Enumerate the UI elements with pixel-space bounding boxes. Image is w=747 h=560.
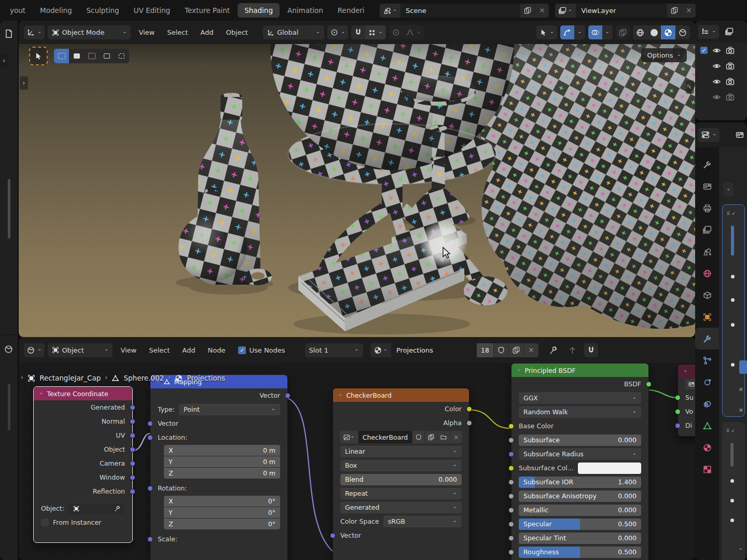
viewport-3d-region[interactable]: Options ⌄ › ‹ xyxy=(19,44,695,337)
image-unlink-button[interactable] xyxy=(450,431,462,443)
socket-base-color-in[interactable] xyxy=(508,423,514,429)
gizmos-dropdown[interactable]: ⌄ xyxy=(574,25,585,39)
pivot-point-dropdown[interactable]: ⌄ xyxy=(327,25,348,39)
mapping-type-dropdown[interactable]: Point ⌄ xyxy=(179,404,280,415)
camera-icon[interactable] xyxy=(726,46,735,55)
collapse-icon[interactable]: ⌄ xyxy=(338,391,342,397)
editor-type-button[interactable]: ⌄ xyxy=(698,25,719,39)
material-slot-dropdown[interactable]: Slot 1 ⌄ xyxy=(305,343,363,357)
viewlayer-new-button[interactable] xyxy=(667,4,681,18)
pin-icon[interactable] xyxy=(549,346,558,355)
collapse-icon[interactable]: ⌄ xyxy=(517,367,521,372)
toolbar-expand-arrow[interactable]: › xyxy=(20,76,28,90)
menu-object[interactable]: Object xyxy=(222,29,253,36)
transform-orientation-dropdown[interactable]: Global ⌄ xyxy=(263,25,324,39)
tweak-tool-button[interactable] xyxy=(29,47,48,65)
menu-node[interactable]: Node xyxy=(203,346,230,354)
source-dropdown[interactable]: Generated⌄ xyxy=(340,502,462,513)
socket-alpha-out[interactable] xyxy=(466,420,472,426)
node-mapping[interactable]: ⌄ Mapping Vector Type: Point ⌄ Vector Lo… xyxy=(150,374,288,560)
subsurface-method-dropdown[interactable]: Random Walk⌄ xyxy=(519,407,641,418)
new-material-button[interactable] xyxy=(508,343,523,357)
socket-generated-out[interactable] xyxy=(130,404,135,410)
camera-icon[interactable] xyxy=(726,62,735,71)
modifier-panel[interactable]: ⠿ ✓ ⌄ xyxy=(722,422,745,560)
menu-add[interactable]: Add xyxy=(177,346,200,354)
panel-handle[interactable] xyxy=(739,360,747,374)
menu-add[interactable]: Add xyxy=(196,29,218,36)
rotation-y-field[interactable]: Y0° xyxy=(164,507,280,518)
projection-dropdown[interactable]: Box⌄ xyxy=(340,460,462,471)
shading-rendered-button[interactable] xyxy=(675,25,690,39)
shading-solid-button[interactable] xyxy=(647,25,661,39)
socket-window-out[interactable] xyxy=(130,474,135,480)
socket-rotation-in[interactable] xyxy=(147,485,153,491)
shading-material-button[interactable] xyxy=(661,25,675,39)
camera-icon[interactable] xyxy=(726,77,735,86)
overlays-toggle[interactable] xyxy=(588,25,602,39)
scene-name-field[interactable]: Scene xyxy=(400,4,520,18)
from-instancer-checkbox[interactable]: From Instancer xyxy=(34,515,132,529)
eye-icon[interactable] xyxy=(712,46,721,55)
socket-subsurface-in[interactable] xyxy=(508,437,514,443)
tab-physics[interactable] xyxy=(695,371,719,393)
socket-subsurface-color-in[interactable] xyxy=(508,465,514,471)
socket-surface-in[interactable] xyxy=(675,395,681,400)
close-icon[interactable]: ✕ xyxy=(739,407,743,414)
tab-output[interactable] xyxy=(695,197,719,219)
roughness-slider[interactable]: Roughness0.500 xyxy=(519,547,641,558)
socket-color-out[interactable] xyxy=(466,406,472,412)
metallic-slider[interactable]: Metallic0.000 xyxy=(519,505,641,516)
tab-sculpting[interactable]: Sculpting xyxy=(80,3,126,18)
use-nodes-checkbox[interactable]: ✓ Use Nodes xyxy=(238,346,285,354)
select-subtract-button[interactable] xyxy=(84,49,99,63)
go-to-parent-icon[interactable] xyxy=(568,346,577,355)
socket-camera-out[interactable] xyxy=(130,460,135,466)
proportional-edit-toggle[interactable] xyxy=(389,25,403,39)
interpolation-dropdown[interactable]: Linear⌄ xyxy=(340,446,462,457)
subsurface-color-swatch[interactable] xyxy=(578,463,641,474)
menu-view[interactable]: View xyxy=(116,346,141,354)
select-extend-button[interactable] xyxy=(69,49,84,63)
collapsed-left-editor[interactable]: › xyxy=(0,21,18,560)
viewlayer-name-field[interactable]: ViewLayer xyxy=(576,4,667,18)
object-picker-field[interactable] xyxy=(68,503,125,514)
location-z-field[interactable]: Z0 m xyxy=(164,468,280,479)
select-invert-button[interactable] xyxy=(99,49,114,63)
browse-image-button[interactable]: ⌄ xyxy=(340,431,358,443)
socket-vector-in[interactable] xyxy=(147,421,153,426)
tab-modeling[interactable]: Modeling xyxy=(33,3,78,18)
chevron-down-icon[interactable]: ⌄ xyxy=(739,545,743,551)
editor-type-button[interactable]: ⌄ xyxy=(24,343,45,357)
socket-subsurface-anisotropy-in[interactable] xyxy=(508,493,514,499)
object-torus[interactable] xyxy=(244,269,272,285)
modifier-panel[interactable]: ⠿ ✓ ✕ ✕ xyxy=(722,204,745,417)
subsurface-ior-slider[interactable]: Subsurface IOR1.400 xyxy=(519,477,641,488)
selection-checkbox[interactable]: ✓ xyxy=(700,47,708,54)
menu-view[interactable]: View xyxy=(134,29,159,36)
socket-normal-out[interactable] xyxy=(130,418,135,424)
fake-user-button[interactable] xyxy=(493,343,508,357)
socket-volume-in[interactable] xyxy=(675,409,681,414)
socket-vector-out[interactable] xyxy=(285,393,290,398)
eye-icon[interactable] xyxy=(712,93,721,102)
editor-type-button[interactable]: ⌄ xyxy=(24,25,45,39)
close-icon[interactable]: ✕ xyxy=(739,386,743,393)
scene-browse-button[interactable]: ⌄ xyxy=(380,4,400,18)
extension-dropdown[interactable]: Repeat⌄ xyxy=(340,488,462,499)
tab-constraints[interactable] xyxy=(695,393,719,415)
color-space-dropdown[interactable]: sRGB⌄ xyxy=(383,516,462,527)
shader-type-dropdown[interactable]: Object ⌄ xyxy=(48,343,113,357)
properties-content[interactable]: ⌄ ⠿ ✓ ✕ ✕ ⠿ ✓ xyxy=(719,147,747,560)
tab-object-data[interactable] xyxy=(695,415,719,437)
tab-texture[interactable] xyxy=(695,458,719,480)
falloff-dropdown[interactable]: ⌄ xyxy=(403,25,424,39)
node-checkerboard-image[interactable]: ⌄ CheckerBoard Color Alpha ⌄ CheckerBoar… xyxy=(333,388,469,560)
eye-icon[interactable] xyxy=(712,77,721,86)
subsurface-slider[interactable]: Subsurface0.000 xyxy=(519,435,641,446)
tab-scene[interactable] xyxy=(695,241,719,262)
snap-settings-dropdown[interactable]: ⌄ xyxy=(365,25,385,39)
socket-object-out[interactable] xyxy=(130,446,135,452)
node-principled-bsdf[interactable]: ⌄ Principled BSDF BSDF GGX⌄ Random Walk⌄… xyxy=(511,363,649,560)
socket-vector-in[interactable] xyxy=(330,533,336,538)
